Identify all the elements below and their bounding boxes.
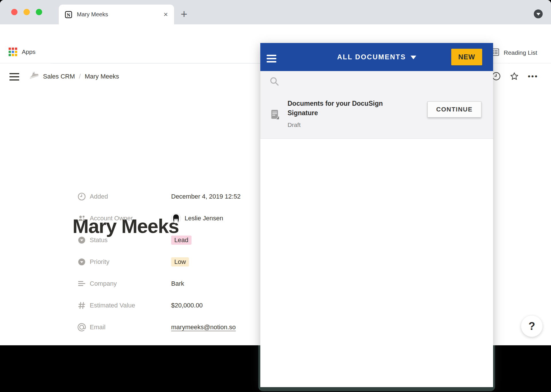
property-value[interactable]: marymeeks@notion.so (171, 324, 236, 331)
document-list: Documents for your DocuSign Signature Dr… (260, 92, 493, 139)
svg-text:N: N (67, 12, 71, 17)
person-name: Leslie Jensen (185, 215, 223, 222)
email-link[interactable]: marymeeks@notion.so (171, 324, 236, 331)
document-signature-icon (271, 109, 280, 120)
property-label[interactable]: Status (90, 236, 171, 244)
chevron-down-icon (536, 13, 540, 15)
number-icon (77, 301, 86, 310)
document-search-input[interactable] (284, 75, 482, 88)
property-value[interactable]: Bark (171, 280, 184, 287)
new-tab-button[interactable]: + (179, 9, 189, 19)
breadcrumb-page[interactable]: Mary Meeks (85, 73, 119, 80)
property-label[interactable]: Account Owner (90, 215, 171, 222)
at-icon (77, 323, 86, 332)
property-value[interactable]: Leslie Jensen (171, 213, 223, 223)
notion-favicon-icon: N (65, 11, 73, 19)
select-icon (77, 258, 86, 266)
tab-title: Mary Meeks (77, 11, 162, 18)
text-icon (77, 279, 86, 288)
reading-list-label: Reading List (504, 49, 537, 56)
help-button[interactable]: ? (521, 315, 543, 337)
continue-button[interactable]: CONTINUE (427, 101, 481, 117)
document-list-item[interactable]: Documents for your DocuSign Signature Dr… (260, 92, 493, 139)
close-window-button[interactable] (11, 9, 17, 15)
property-value[interactable]: $20,000.00 (171, 302, 203, 309)
zoom-window-button[interactable] (36, 9, 42, 15)
tab-close-icon[interactable]: × (162, 11, 169, 18)
tab-strip: N Mary Meeks × + (0, 0, 551, 24)
property-value[interactable]: December 4, 2019 12:52 (171, 193, 241, 200)
breadcrumb-separator: / (79, 73, 81, 80)
clock-icon (77, 192, 86, 201)
property-label[interactable]: Priority (90, 258, 171, 266)
apps-shortcut[interactable]: Apps (9, 48, 36, 56)
select-icon (77, 236, 86, 244)
docusign-panel-body (260, 139, 493, 387)
apps-grid-icon (9, 48, 17, 56)
reading-list-button[interactable]: Reading List (491, 48, 537, 58)
new-document-button[interactable]: NEW (451, 49, 482, 65)
docusign-header: ALL DOCUMENTS NEW (260, 43, 493, 71)
documents-filter-label: ALL DOCUMENTS (337, 53, 406, 61)
person-icon (77, 214, 86, 223)
property-value[interactable]: Low (171, 257, 189, 266)
property-tag[interactable]: Low (171, 257, 189, 266)
tab-search-button[interactable] (534, 9, 543, 18)
property-label[interactable]: Company (90, 280, 171, 287)
document-status: Draft (288, 121, 402, 128)
document-title: Documents for your DocuSign Signature (288, 99, 402, 118)
breadcrumb-workspace[interactable]: Sales CRM (43, 73, 75, 80)
favorite-star-icon[interactable] (510, 72, 519, 81)
property-label[interactable]: Email (90, 324, 171, 331)
caret-down-icon (411, 56, 416, 59)
person-avatar (171, 213, 185, 223)
property-tag[interactable]: Lead (171, 236, 192, 245)
notion-page-actions: ••• (492, 72, 538, 81)
more-options-icon[interactable]: ••• (528, 72, 538, 81)
browser-tab[interactable]: N Mary Meeks × (59, 5, 174, 24)
property-label[interactable]: Added (90, 193, 171, 200)
search-icon (269, 77, 280, 87)
minimize-window-button[interactable] (24, 9, 30, 15)
property-label[interactable]: Estimated Value (90, 302, 171, 309)
docusign-panel: ALL DOCUMENTS NEW Documents for your Doc… (260, 43, 493, 387)
apps-label: Apps (22, 48, 36, 55)
sidebar-menu-icon[interactable] (9, 73, 19, 81)
window-controls (11, 9, 42, 15)
breadcrumb: Sales CRM / Mary Meeks (43, 73, 119, 80)
browser-toolbar: notion.so/camacme/Mary-Meeks-2219a2de94f… (0, 24, 551, 42)
sneaker-page-icon[interactable] (28, 69, 39, 80)
property-value[interactable]: Lead (171, 236, 192, 245)
docusign-search-row (260, 71, 493, 92)
